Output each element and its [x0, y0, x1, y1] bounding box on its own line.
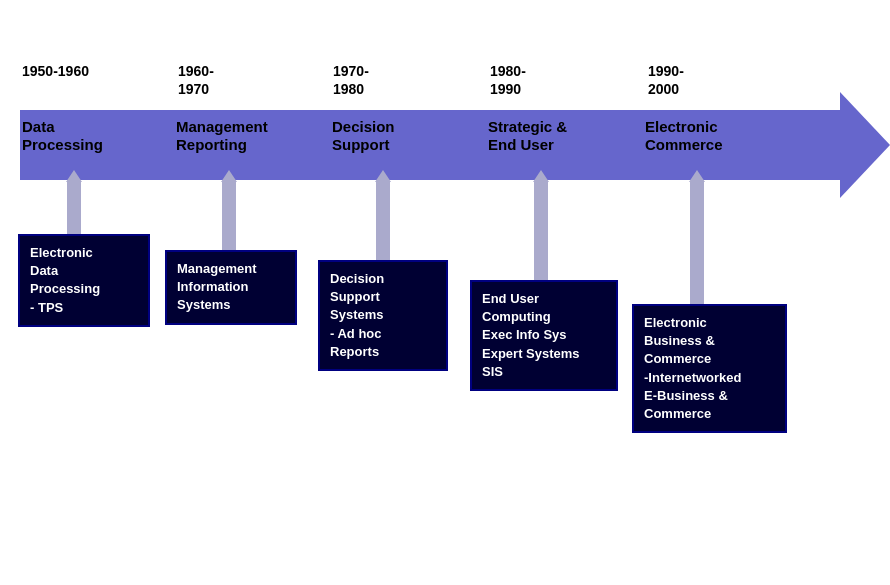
connector-3	[376, 182, 390, 260]
info-box-4: End UserComputingExec Info SysExpert Sys…	[470, 280, 618, 391]
connector-5	[690, 182, 704, 304]
connector-2	[222, 182, 236, 250]
year-label-3: 1970-1980	[333, 62, 369, 98]
connector-1	[67, 182, 81, 234]
timeline-container: 1950-1960 DataProcessing ElectronicDataP…	[0, 0, 890, 585]
year-label-4: 1980-1990	[490, 62, 526, 98]
year-label-2: 1960-1970	[178, 62, 214, 98]
year-label-1: 1950-1960	[22, 62, 89, 80]
era-label-1: DataProcessing	[22, 118, 103, 154]
era-label-5: ElectronicCommerce	[645, 118, 723, 154]
era-label-2: ManagementReporting	[176, 118, 268, 154]
info-box-1: ElectronicDataProcessing- TPS	[18, 234, 150, 327]
info-box-5: ElectronicBusiness &Commerce-Internetwor…	[632, 304, 787, 433]
info-box-2: ManagementInformationSystems	[165, 250, 297, 325]
era-label-4: Strategic &End User	[488, 118, 567, 154]
info-box-3: DecisionSupportSystems- Ad hocReports	[318, 260, 448, 371]
year-label-5: 1990-2000	[648, 62, 684, 98]
connector-4	[534, 182, 548, 280]
era-label-3: DecisionSupport	[332, 118, 395, 154]
